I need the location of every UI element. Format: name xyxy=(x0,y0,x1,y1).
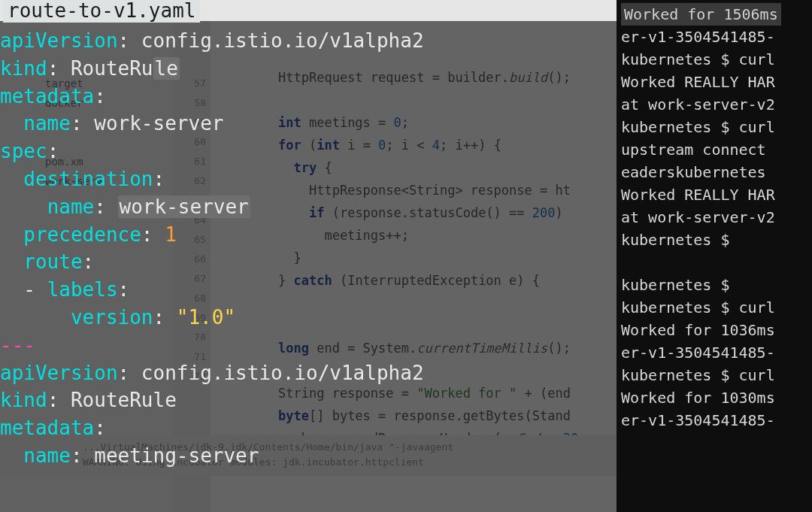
terminal-panel[interactable]: Worked for 1506ms er-v1-3504541485- kube… xyxy=(617,0,812,512)
run-output-bar: ...VirtualMachines/jdk-9.jdk/Contents/Ho… xyxy=(0,435,617,476)
terminal-status-line: Worked for 1506ms xyxy=(621,3,781,26)
terminal-output: er-v1-3504541485- kubernetes $ curl Work… xyxy=(621,28,775,429)
